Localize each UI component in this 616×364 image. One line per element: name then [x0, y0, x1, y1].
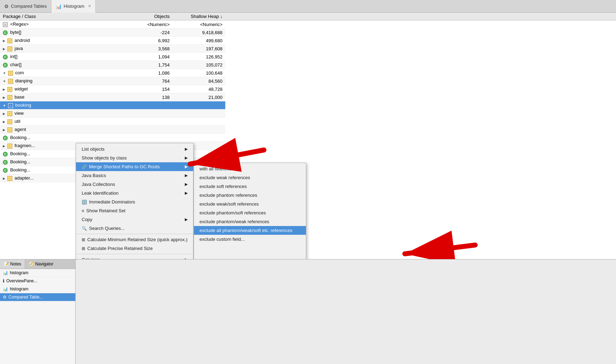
- class-icon: C: [3, 63, 8, 68]
- row-shallow: 48,728: [172, 85, 225, 93]
- table-row[interactable]: ▼ + booking: [0, 101, 616, 109]
- calc-icon: ⊞: [82, 237, 85, 242]
- row-name: Booking...: [10, 167, 31, 172]
- tab-compared-tables[interactable]: ⚙ Compared Tables: [0, 0, 51, 12]
- class-icon: C: [3, 168, 8, 173]
- submenu-item-exclude-custom[interactable]: exclude custom field...: [194, 235, 306, 244]
- menu-item-calc-precise[interactable]: ⊞ Calculate Precise Retained Size: [76, 244, 193, 253]
- table-row[interactable]: ≈ <Regex> <Numeric> <Numeric>: [0, 20, 616, 29]
- nav-list: 📊 histogram ℹ OverviewPane... 📊 histogra…: [0, 269, 75, 364]
- menu-item-java-basics[interactable]: Java Basics ▶: [76, 171, 193, 180]
- expand-icon[interactable]: ▶: [3, 47, 5, 51]
- submenu-item-exclude-phantom[interactable]: exclude phantom references: [194, 191, 306, 200]
- expand-icon[interactable]: ▶: [3, 39, 5, 43]
- table-row[interactable]: ▶ + widget 154 48,728: [0, 85, 616, 93]
- row-objects: [130, 118, 172, 126]
- nav-item-compared[interactable]: ⚙ Compared Table...: [0, 293, 75, 301]
- submenu-item-exclude-phantom-weak[interactable]: exclude phantom/weak references: [194, 217, 306, 226]
- menu-item-copy[interactable]: Copy ▶: [76, 215, 193, 224]
- table-row[interactable]: ▼ + dianping 764 84,560: [0, 77, 616, 85]
- row-shallow: 197,608: [172, 45, 225, 53]
- menu-item-label: Show Retained Set: [86, 208, 125, 213]
- submenu-item-exclude-soft[interactable]: exclude soft references: [194, 182, 306, 191]
- row-name: fragmen...: [14, 143, 35, 148]
- col-package-class[interactable]: Package / Class: [0, 13, 130, 20]
- navigator-tab[interactable]: 🧭 Navigator: [25, 259, 57, 269]
- submenu-item-exclude-weak-soft[interactable]: exclude weak/soft references: [194, 200, 306, 208]
- expand-icon[interactable]: ▶: [3, 128, 5, 132]
- nav-item-overviewpane[interactable]: ℹ OverviewPane...: [0, 277, 75, 285]
- row-name: int[]: [10, 54, 18, 59]
- table-row[interactable]: ▼ + com 1,086 100,648: [0, 69, 616, 77]
- table-row[interactable]: C char[] 1,754 105,072: [0, 61, 616, 69]
- submenu-arrow: ▶: [185, 257, 188, 259]
- expand-icon[interactable]: ▶: [3, 144, 5, 148]
- menu-item-label: Calculate Precise Retained Size: [87, 246, 153, 251]
- submenu-arrow: ▶: [185, 182, 188, 187]
- nav-item-label: Compared Table...: [8, 295, 43, 300]
- regex-icon: ≈: [3, 22, 8, 27]
- nav-item-histogram[interactable]: 📊 histogram: [0, 269, 75, 277]
- menu-item-label: Merge Shortest Paths to GC Roots: [89, 164, 160, 169]
- histogram2-nav-icon: 📊: [3, 287, 8, 291]
- menu-item-show-retained[interactable]: ≡ Show Retained Set: [76, 206, 193, 215]
- submenu-item-exclude-all[interactable]: exclude all phantom/weak/soft etc. refer…: [194, 226, 306, 235]
- menu-item-label: List objects: [82, 146, 105, 152]
- menu-item-show-objects[interactable]: Show objects by class ▶: [76, 153, 193, 162]
- expand-icon[interactable]: ▶: [3, 177, 5, 180]
- pkg-icon: +: [7, 46, 12, 51]
- menu-item-label: Columns...: [82, 257, 103, 259]
- table-row[interactable]: ▶ + android 6,992 499,680: [0, 37, 616, 45]
- submenu-item-exclude-phantom-soft[interactable]: exclude phantom/soft references: [194, 208, 306, 217]
- menu-item-label: Show objects by class: [82, 155, 127, 161]
- menu-item-columns[interactable]: Columns... ▶: [76, 255, 193, 259]
- expand-icon[interactable]: ▶: [3, 120, 5, 124]
- close-icon[interactable]: ✕: [88, 4, 91, 8]
- row-shallow: [172, 118, 225, 126]
- row-name: adapter...: [14, 175, 33, 181]
- notes-icon: 📝: [4, 262, 9, 266]
- navigator-icon: 🧭: [29, 262, 34, 266]
- row-objects: [130, 134, 172, 142]
- table-row[interactable]: ▶ + util: [0, 118, 616, 126]
- menu-item-immediate-dom[interactable]: 🔢 Immediate Dominators: [76, 197, 193, 206]
- col-shallow-heap[interactable]: Shallow Heap ↓: [172, 13, 225, 20]
- expand-icon[interactable]: ▼: [3, 80, 6, 83]
- menu-item-merge-paths[interactable]: 🔗 Merge Shortest Paths to GC Roots ▶: [76, 162, 193, 171]
- row-shallow: 21,000: [172, 93, 225, 101]
- pkg-icon: +: [8, 79, 13, 84]
- expand-icon[interactable]: ▼: [3, 71, 6, 75]
- nav-item-histogram2[interactable]: 📊 histogram: [0, 285, 75, 293]
- table-row[interactable]: ▶ + view: [0, 109, 616, 118]
- row-shallow: [172, 101, 225, 109]
- menu-item-search-queries[interactable]: 🔍 Search Queries...: [76, 224, 193, 233]
- table-row[interactable]: ▶ + agent: [0, 126, 616, 134]
- tab-histogram[interactable]: 📊 Histogram ✕: [51, 0, 96, 13]
- notes-label: Notes: [10, 262, 21, 266]
- menu-item-calc-min[interactable]: ⊞ Calculate Minimum Retained Size (quick…: [76, 235, 193, 244]
- table-row[interactable]: ▶ + java 3,568 197,608: [0, 45, 616, 53]
- submenu-item-label: exclude phantom/weak references: [200, 219, 269, 224]
- table-row[interactable]: C int[] 1,094 126,952: [0, 53, 616, 61]
- submenu-item-label: exclude custom field...: [200, 237, 245, 242]
- expand-icon[interactable]: ▼: [3, 104, 6, 107]
- row-shallow: [172, 126, 225, 134]
- submenu-item-with-all[interactable]: with all references: [194, 164, 306, 173]
- menu-item-leak-id[interactable]: Leak Identification ▶: [76, 189, 193, 197]
- table-row[interactable]: C byte[] -224 9,418,688: [0, 29, 616, 37]
- col-objects[interactable]: Objects: [130, 13, 172, 20]
- submenu-arrow: ▶: [185, 217, 188, 222]
- row-objects: [130, 126, 172, 134]
- table-row[interactable]: ▶ + base 138 21,000: [0, 93, 616, 101]
- submenu-item-exclude-weak[interactable]: exclude weak references: [194, 173, 306, 182]
- expand-icon[interactable]: ▶: [3, 88, 5, 91]
- menu-item-java-collections[interactable]: Java Collections ▶: [76, 180, 193, 189]
- menu-item-list-objects[interactable]: List objects ▶: [76, 145, 193, 153]
- submenu-arrow: ▶: [185, 156, 188, 160]
- notes-tab[interactable]: 📝 Notes: [0, 259, 25, 269]
- row-objects: 1,094: [130, 53, 172, 61]
- expand-icon[interactable]: ▶: [3, 112, 5, 115]
- expand-icon[interactable]: ▶: [3, 96, 5, 99]
- table-row[interactable]: C Booking...: [0, 134, 616, 142]
- context-menu: List objects ▶ Show objects by class ▶ 🔗…: [76, 143, 194, 259]
